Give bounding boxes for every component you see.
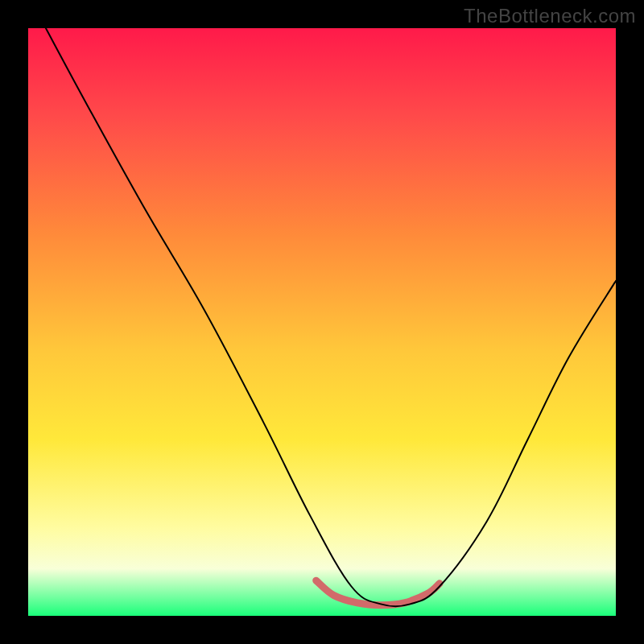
main-curve-line	[46, 28, 616, 606]
chart-frame: TheBottleneck.com	[0, 0, 644, 644]
plot-area	[28, 28, 616, 616]
chart-svg	[28, 28, 616, 616]
watermark-text: TheBottleneck.com	[464, 5, 636, 27]
